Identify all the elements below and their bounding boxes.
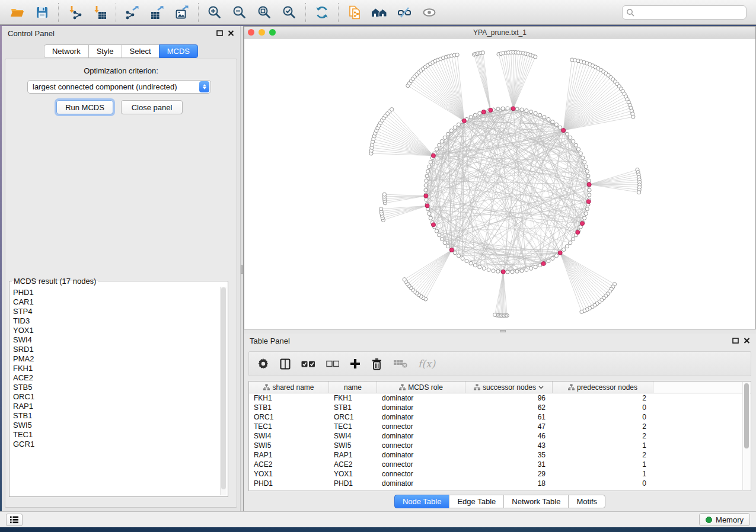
mcds-result-item[interactable]: SWI4 xyxy=(13,335,220,345)
delete-column-trash-icon[interactable] xyxy=(371,358,382,370)
close-panel-button[interactable]: Close panel xyxy=(121,100,183,114)
table-row[interactable]: RAP1RAP1dominator352 xyxy=(249,450,751,460)
network-node[interactable] xyxy=(465,259,468,262)
splitter-grip[interactable] xyxy=(500,330,506,332)
network-node[interactable] xyxy=(637,191,641,194)
refresh-icon[interactable] xyxy=(310,2,334,23)
network-node[interactable] xyxy=(587,179,591,182)
tab-node-table[interactable]: Node Table xyxy=(394,495,450,508)
network-node[interactable] xyxy=(565,132,569,136)
network-node[interactable] xyxy=(585,169,589,173)
add-column-plus-icon[interactable] xyxy=(350,358,361,369)
network-hub-node[interactable] xyxy=(558,251,562,255)
network-hub-node[interactable] xyxy=(462,118,466,123)
network-node[interactable] xyxy=(493,313,497,316)
network-node[interactable] xyxy=(525,268,528,271)
network-node[interactable] xyxy=(534,265,537,269)
network-node[interactable] xyxy=(547,259,550,262)
table-row[interactable]: STB1STB1dominator620 xyxy=(249,403,751,412)
network-node[interactable] xyxy=(435,229,438,233)
tab-select[interactable]: Select xyxy=(122,44,160,58)
network-node[interactable] xyxy=(534,111,537,115)
zoom-selected-icon[interactable] xyxy=(277,2,302,23)
network-node[interactable] xyxy=(440,139,444,143)
glasses-slash-icon[interactable] xyxy=(392,2,417,23)
import-table-icon[interactable] xyxy=(87,2,112,23)
network-node[interactable] xyxy=(425,198,428,201)
scrollbar-thumb[interactable] xyxy=(221,287,226,489)
network-node[interactable] xyxy=(426,169,430,173)
tab-network[interactable]: Network xyxy=(44,44,89,58)
tab-edge-table[interactable]: Edge Table xyxy=(449,495,504,508)
network-node[interactable] xyxy=(482,267,486,270)
network-node[interactable] xyxy=(576,148,580,151)
network-node[interactable] xyxy=(424,184,428,187)
network-node[interactable] xyxy=(461,257,464,260)
network-hub-node[interactable] xyxy=(541,262,546,266)
network-node[interactable] xyxy=(588,188,591,192)
table-scrollbar[interactable] xyxy=(742,382,750,490)
network-hub-node[interactable] xyxy=(501,270,505,274)
network-node[interactable] xyxy=(438,233,441,237)
table-row[interactable]: ORC1ORC1dominator610 xyxy=(249,412,751,422)
split-columns-icon[interactable] xyxy=(280,358,291,370)
zoom-fit-icon[interactable] xyxy=(252,2,277,23)
mcds-result-item[interactable]: RAP1 xyxy=(13,402,220,411)
network-node[interactable] xyxy=(588,193,591,197)
mcds-result-item[interactable]: STB1 xyxy=(13,411,220,421)
table-settings-gear-icon[interactable] xyxy=(257,358,269,370)
mcds-result-item[interactable]: FKH1 xyxy=(13,364,220,373)
table-row[interactable]: SWI4SWI4dominator462 xyxy=(249,431,751,441)
checked-boxes-icon[interactable] xyxy=(301,360,315,368)
network-node[interactable] xyxy=(457,254,460,258)
network-node[interactable] xyxy=(506,107,509,110)
table-row[interactable]: TEC1TEC1connector472 xyxy=(249,422,751,431)
network-hub-node[interactable] xyxy=(562,129,566,133)
network-node[interactable] xyxy=(529,267,532,270)
network-node[interactable] xyxy=(481,51,484,55)
network-node[interactable] xyxy=(572,237,575,241)
memory-button[interactable]: Memory xyxy=(699,513,750,526)
network-node[interactable] xyxy=(581,156,585,159)
network-node[interactable] xyxy=(551,120,554,124)
network-node[interactable] xyxy=(562,248,566,251)
network-node[interactable] xyxy=(425,179,428,182)
duplicate-networks-icon[interactable] xyxy=(342,2,367,23)
maximize-window-light[interactable] xyxy=(269,29,276,36)
float-panel-icon[interactable] xyxy=(216,30,223,36)
export-table-icon[interactable] xyxy=(145,2,170,23)
delete-table-icon[interactable] xyxy=(393,359,407,368)
import-network-icon[interactable] xyxy=(62,2,87,23)
network-hub-node[interactable] xyxy=(511,107,515,111)
network-hub-node[interactable] xyxy=(576,230,580,235)
search-input[interactable] xyxy=(634,8,742,17)
network-hub-node[interactable] xyxy=(424,194,428,198)
column-header-successor-nodes[interactable]: successor nodes xyxy=(465,382,553,393)
mcds-result-item[interactable]: TID3 xyxy=(13,316,220,326)
network-node[interactable] xyxy=(478,265,481,269)
network-node[interactable] xyxy=(429,216,432,220)
network-node[interactable] xyxy=(565,245,569,248)
network-node[interactable] xyxy=(428,165,431,168)
network-node[interactable] xyxy=(403,278,406,281)
network-node[interactable] xyxy=(382,193,386,196)
network-node[interactable] xyxy=(435,148,438,151)
table-row[interactable]: FKH1FKH1dominator962 xyxy=(249,393,751,403)
network-node[interactable] xyxy=(440,237,444,241)
network-node[interactable] xyxy=(428,211,431,215)
network-node[interactable] xyxy=(501,107,505,110)
table-row[interactable]: ACE2ACE2connector311 xyxy=(249,460,751,469)
network-node[interactable] xyxy=(515,107,519,111)
network-node[interactable] xyxy=(473,113,477,117)
unchecked-boxes-icon[interactable] xyxy=(326,360,339,367)
network-node[interactable] xyxy=(487,268,490,271)
network-node[interactable] xyxy=(584,165,588,168)
scrollbar-thumb[interactable] xyxy=(744,383,749,448)
network-node[interactable] xyxy=(520,269,524,273)
network-node[interactable] xyxy=(559,126,562,129)
network-node[interactable] xyxy=(569,136,572,139)
network-node[interactable] xyxy=(446,132,450,136)
network-node[interactable] xyxy=(492,269,495,273)
task-history-button[interactable] xyxy=(6,514,23,526)
network-node[interactable] xyxy=(449,129,453,133)
